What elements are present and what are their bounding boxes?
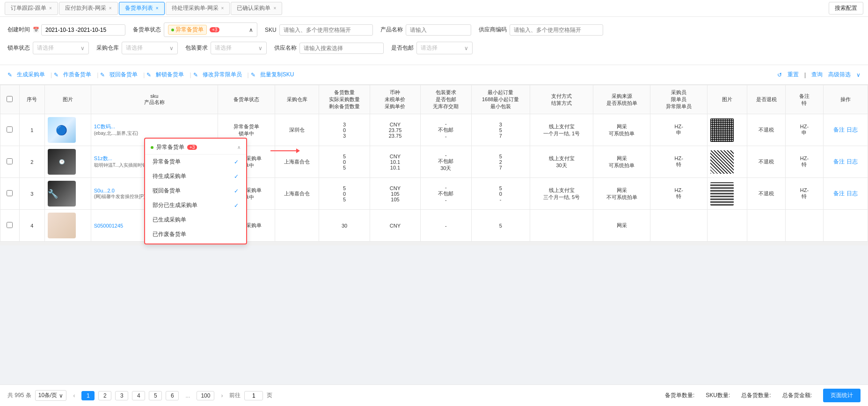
next-page-btn[interactable]: › <box>218 391 226 400</box>
dropdown-item-generated[interactable]: 已生成采购单 <box>145 213 246 227</box>
total-qty-label: 总备货数量: <box>741 391 771 399</box>
page-btn-4[interactable]: 4 <box>132 391 145 400</box>
tab-stock-list[interactable]: 备货单列表 × <box>119 2 165 15</box>
unlock-stock-btn[interactable]: 解锁备货单 <box>152 69 188 81</box>
pack-req-select[interactable]: 请选择 ∨ <box>211 42 267 54</box>
footer-stats: 备货单数量: SKU数量: 总备货数量: 总备货金额: 页面统计 <box>665 389 861 402</box>
log-btn[interactable]: 日志 <box>846 190 858 197</box>
prev-page-btn[interactable]: ‹ <box>70 391 78 400</box>
pagination-bar: 共 995 条 10条/页 ∨ ‹ 1 2 3 4 5 6 ... 100 › … <box>0 384 868 406</box>
page-unit: 页 <box>267 391 272 399</box>
action-icon-5: ✎ <box>193 72 198 78</box>
tab-label: 待处理采购单-网采 <box>172 4 219 12</box>
select-all-checkbox[interactable] <box>7 96 13 102</box>
row-checkbox[interactable] <box>7 158 13 164</box>
page-btn-2[interactable]: 2 <box>98 391 111 400</box>
dropdown-item-label: 已作废备货单 <box>153 230 186 238</box>
main-table: 序号 图片 sku产品名称 备货单状态 采购仓库 备货数量实际采购数量剩余备货数… <box>0 85 868 242</box>
filter-pack-req: 包装要求 请选择 ∨ <box>185 42 267 54</box>
chevron-down-icon5: ∨ <box>59 392 63 399</box>
tab-confirmed-purchase[interactable]: 已确认采购单 × <box>231 2 282 15</box>
page-stat-button[interactable]: 页面统计 <box>823 389 861 402</box>
supplier-name-input[interactable] <box>299 43 384 54</box>
td-checkbox <box>0 114 20 146</box>
td-warehouse <box>275 210 319 242</box>
filter-row-2: 锁单状态 请选择 ∨ 采购仓库 请选择 ∨ 包装要求 请选择 ∨ <box>7 42 861 54</box>
dropdown-item-label: 驳回备货单 <box>153 187 181 195</box>
warehouse-select[interactable]: 请选择 ∨ <box>122 42 178 54</box>
dropdown-item-rejected[interactable]: 驳回备货单 ✓ <box>145 184 246 198</box>
td-currency: CNY10.110.1 <box>370 146 420 178</box>
dropdown-item-abnormal[interactable]: 异常备货单 ✓ <box>145 155 246 169</box>
tab-close-icon[interactable]: × <box>221 6 224 11</box>
supplier-name-label: 供应名称 <box>274 44 297 52</box>
check-icon: ✓ <box>234 202 239 209</box>
free-ship-select[interactable]: 请选择 ∨ <box>416 42 473 54</box>
modify-limit-btn[interactable]: 修改异常限单员 <box>199 69 246 81</box>
log-btn[interactable]: 日志 <box>846 126 858 133</box>
tab-close-icon[interactable]: × <box>49 6 52 11</box>
horizontal-scrollbar[interactable] <box>0 242 868 245</box>
tab-order-tracking[interactable]: 订单跟踪-跟单 × <box>5 2 58 15</box>
td-checkbox <box>0 210 20 242</box>
tab-close-icon[interactable]: × <box>156 6 159 11</box>
td-seq: 1 <box>19 114 44 146</box>
page-btn-1[interactable]: 1 <box>81 391 95 400</box>
product-name-input[interactable] <box>406 24 471 36</box>
status-tag-label: 异常备货单 <box>175 26 204 34</box>
goto-input[interactable] <box>244 391 263 400</box>
td-moq: 527 <box>471 146 530 178</box>
query-button[interactable]: 查询 <box>811 71 823 79</box>
tab-pending-purchase[interactable]: 待处理采购单-网采 × <box>166 2 230 15</box>
page-size-select[interactable]: 10条/页 ∨ <box>35 390 67 401</box>
reset-button[interactable]: 重置 <box>788 71 799 79</box>
tabs-bar: 订单跟踪-跟单 × 应付款列表-网采 × 备货单列表 × 待处理采购单-网采 ×… <box>0 0 868 17</box>
generate-purchase-btn[interactable]: 生成采购单 <box>13 69 49 81</box>
log-btn[interactable]: 日志 <box>846 158 858 165</box>
page-size-value: 10条/页 <box>38 391 58 399</box>
chevron-down-icon3: ∨ <box>258 45 263 52</box>
td-warehouse: 上海嘉合仓 <box>275 178 319 210</box>
dropdown-item-voided[interactable]: 已作废备货单 <box>145 227 246 242</box>
page-btn-6[interactable]: 6 <box>166 391 179 400</box>
status-dropdown-trigger[interactable]: 异常备货单 +3 ∧ <box>164 22 257 37</box>
batch-copy-sku-btn[interactable]: 批量复制SKU <box>256 69 298 81</box>
reject-stock-btn[interactable]: 驳回备货单 <box>106 69 141 81</box>
sku-input[interactable] <box>279 24 373 36</box>
dropdown-chevron-up[interactable]: ∧ <box>237 145 241 150</box>
goods-count-label: 备货单数量: <box>665 391 694 399</box>
tab-close-icon[interactable]: × <box>109 6 112 11</box>
create-time-label: 创建时间 <box>7 26 30 34</box>
dropdown-item-pending-generate[interactable]: 待生成采购单 ✓ <box>145 169 246 184</box>
row-checkbox[interactable] <box>7 222 13 228</box>
th-image: 图片 <box>44 85 91 114</box>
filter-warehouse: 采购仓库 请选择 ∨ <box>96 42 178 54</box>
page-btn-3[interactable]: 3 <box>115 391 128 400</box>
td-image: 🔧 <box>44 178 91 210</box>
lock-status-select[interactable]: 请选择 ∨ <box>33 42 89 54</box>
table-row: 3 🔧 S0u...2.0 (网)福馨牛发套操控块[P] 待生成采购单锁单中 上… <box>0 178 868 210</box>
row-checkbox[interactable] <box>7 126 13 133</box>
td-buyer: HZ-特 <box>650 178 708 210</box>
page-btn-100[interactable]: 100 <box>197 391 214 400</box>
date-range-input[interactable] <box>41 24 125 36</box>
row-checkbox[interactable] <box>7 190 13 196</box>
th-checkbox <box>0 85 20 114</box>
page-btn-5[interactable]: 5 <box>149 391 162 400</box>
th-source: 采购来源是否系统拍单 <box>593 85 650 114</box>
advanced-button[interactable]: 高级筛选 <box>828 71 851 79</box>
dropdown-item-partial-generated[interactable]: 部分已生成采购单 ✓ <box>145 198 246 213</box>
remark-btn[interactable]: 备注 <box>833 190 845 197</box>
td-pack: -不包邮- <box>421 178 471 210</box>
supplier-code-input[interactable] <box>510 24 603 36</box>
tab-close-icon[interactable]: × <box>273 6 276 11</box>
td-currency: CNY23.7523.75 <box>370 114 420 146</box>
sku-code[interactable]: 1C数码... <box>94 123 215 130</box>
tab-payable-list[interactable]: 应付款列表-网采 × <box>59 2 118 15</box>
void-stock-btn[interactable]: 作质备货单 <box>59 69 95 81</box>
status-tag: 异常备货单 <box>168 25 207 35</box>
remark-btn[interactable]: 备注 <box>833 126 845 133</box>
search-config-button[interactable]: 搜索配置 <box>829 2 863 15</box>
remark-btn[interactable]: 备注 <box>833 158 845 165</box>
dropdown-item-label: 部分已生成采购单 <box>153 201 197 209</box>
